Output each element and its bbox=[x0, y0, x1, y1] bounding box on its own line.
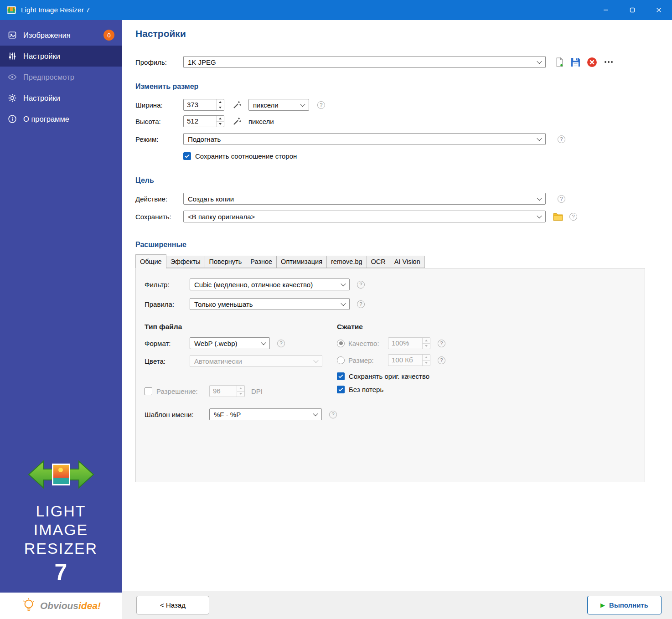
resolution-checkbox[interactable]: Разрешение: bbox=[145, 387, 209, 395]
tab-optimization[interactable]: Оптимизация bbox=[276, 256, 327, 268]
tab-effects[interactable]: Эффекты bbox=[166, 256, 205, 268]
lossless-label: Без потерь bbox=[349, 386, 383, 393]
height-value: 512 bbox=[184, 116, 216, 127]
height-spinner[interactable]: 512 bbox=[183, 115, 224, 127]
new-profile-icon[interactable] bbox=[555, 57, 564, 67]
format-value: WebP (.webp) bbox=[190, 340, 258, 347]
sidebar-item-options[interactable]: Настройки bbox=[0, 88, 122, 108]
lightbulb-icon bbox=[21, 598, 36, 614]
keep-original-quality-checkbox[interactable]: Сохранять ориг. качество bbox=[337, 372, 429, 380]
compression-column: Сжатие Качество: 100% ? bbox=[337, 323, 445, 420]
spin-up-icon[interactable] bbox=[217, 116, 224, 121]
sidebar-item-preview[interactable]: Предпросмотр bbox=[0, 67, 122, 88]
chevron-down-icon bbox=[533, 134, 545, 144]
help-icon[interactable]: ? bbox=[438, 340, 445, 347]
sidebar-item-settings[interactable]: Настройки bbox=[0, 46, 122, 67]
checkbox-unchecked-icon bbox=[145, 387, 152, 395]
back-button[interactable]: < Назад bbox=[136, 596, 209, 614]
quality-spinner: 100% bbox=[388, 337, 430, 349]
rules-dropdown[interactable]: Только уменьшать bbox=[190, 298, 350, 310]
keep-ratio-checkbox[interactable]: Сохранить соотношение сторон bbox=[183, 152, 297, 160]
format-dropdown[interactable]: WebP (.webp) bbox=[190, 337, 270, 349]
spin-up-icon[interactable] bbox=[217, 99, 224, 105]
size-label: Размер: bbox=[348, 356, 388, 364]
quality-radio bbox=[337, 340, 345, 347]
titlebar: Light Image Resizer 7 bbox=[0, 0, 672, 20]
spin-down-icon[interactable] bbox=[217, 121, 224, 127]
magic-wand-icon[interactable] bbox=[233, 117, 242, 126]
delete-profile-icon[interactable] bbox=[587, 57, 597, 67]
chevron-down-icon bbox=[297, 99, 309, 110]
obviousidea-logo: Obviousidea! bbox=[0, 593, 122, 619]
spin-up-icon bbox=[423, 355, 430, 360]
sidebar-item-about[interactable]: О программе bbox=[0, 108, 122, 129]
mode-dropdown[interactable]: Подогнать bbox=[183, 133, 546, 145]
magic-wand-icon[interactable] bbox=[233, 100, 242, 109]
format-label: Формат: bbox=[145, 340, 190, 347]
action-dropdown[interactable]: Создать копии bbox=[183, 193, 546, 205]
window-title: Light Image Resizer 7 bbox=[21, 6, 90, 14]
maximize-button[interactable] bbox=[619, 0, 646, 20]
help-icon[interactable]: ? bbox=[329, 411, 337, 418]
chevron-down-icon bbox=[310, 409, 321, 420]
unit-dropdown[interactable]: пиксели bbox=[248, 99, 309, 111]
tab-general[interactable]: Общие bbox=[135, 254, 166, 268]
tab-ai-vision[interactable]: AI Vision bbox=[390, 256, 425, 268]
tab-misc[interactable]: Разное bbox=[246, 256, 277, 268]
sliders-icon bbox=[7, 52, 17, 61]
rules-label: Правила: bbox=[145, 300, 190, 308]
tab-ocr[interactable]: OCR bbox=[367, 256, 390, 268]
tab-removebg[interactable]: remove.bg bbox=[326, 256, 367, 268]
checkbox-checked-icon bbox=[183, 152, 191, 160]
resolution-spinner: 96 bbox=[209, 385, 245, 397]
sidebar-item-images[interactable]: Изображения 0 bbox=[0, 25, 122, 46]
window-controls bbox=[593, 0, 672, 20]
play-icon: ▶ bbox=[600, 602, 605, 609]
save-to-dropdown[interactable]: <В папку оригинала> bbox=[183, 211, 546, 222]
chevron-down-icon bbox=[533, 57, 545, 67]
section-advanced-heading: Расширенные bbox=[135, 241, 661, 249]
save-profile-icon[interactable] bbox=[571, 57, 580, 67]
page-title: Настройки bbox=[135, 28, 661, 39]
profile-dropdown[interactable]: 1K JPEG bbox=[183, 56, 546, 68]
brand-text: Obviousidea! bbox=[40, 600, 101, 611]
run-button[interactable]: ▶ Выполнить bbox=[587, 596, 662, 614]
filetype-column: Тип файла Формат: WebP (.webp) ? Ц bbox=[145, 323, 337, 420]
help-icon[interactable]: ? bbox=[558, 135, 565, 143]
main-panel: Настройки Профиль: 1K JPEG bbox=[122, 20, 672, 619]
filetype-heading: Тип файла bbox=[145, 323, 337, 331]
name-template-dropdown[interactable]: %F - %P bbox=[209, 408, 322, 420]
height-label: Высота: bbox=[135, 118, 183, 125]
profile-label: Профиль: bbox=[135, 58, 183, 66]
settings-content: Настройки Профиль: 1K JPEG bbox=[122, 20, 672, 591]
spin-up-icon bbox=[237, 386, 244, 391]
more-options-icon[interactable] bbox=[604, 57, 614, 67]
keep-ratio-label: Сохранить соотношение сторон bbox=[195, 152, 297, 160]
filter-label: Фильтр: bbox=[145, 281, 190, 289]
colors-label: Цвета: bbox=[145, 357, 190, 365]
filter-dropdown[interactable]: Cubic (медленно, отличное качество) bbox=[190, 279, 350, 290]
help-icon[interactable]: ? bbox=[569, 213, 577, 221]
close-button[interactable] bbox=[646, 0, 672, 20]
section-resize-heading: Изменить размер bbox=[135, 83, 661, 91]
chevron-down-icon bbox=[337, 279, 349, 290]
minimize-button[interactable] bbox=[593, 0, 619, 20]
width-spinner[interactable]: 373 bbox=[183, 99, 224, 111]
folder-icon[interactable] bbox=[553, 212, 563, 221]
checkbox-checked-icon bbox=[337, 386, 345, 393]
resolution-value: 96 bbox=[210, 386, 237, 397]
help-icon[interactable]: ? bbox=[357, 281, 365, 289]
tab-rotate[interactable]: Повернуть bbox=[205, 256, 247, 268]
help-icon[interactable]: ? bbox=[357, 300, 365, 308]
rules-value: Только уменьшать bbox=[190, 300, 337, 308]
save-to-label: Сохранить: bbox=[135, 213, 183, 221]
sidebar-item-label: Настройки bbox=[23, 52, 60, 61]
help-icon[interactable]: ? bbox=[277, 340, 285, 347]
help-icon[interactable]: ? bbox=[438, 356, 445, 364]
lossless-checkbox[interactable]: Без потерь bbox=[337, 386, 383, 393]
unit-static-label: пиксели bbox=[248, 118, 274, 125]
spin-down-icon[interactable] bbox=[217, 105, 224, 111]
help-icon[interactable]: ? bbox=[317, 101, 325, 109]
chevron-down-icon bbox=[533, 211, 545, 222]
help-icon[interactable]: ? bbox=[558, 195, 565, 203]
